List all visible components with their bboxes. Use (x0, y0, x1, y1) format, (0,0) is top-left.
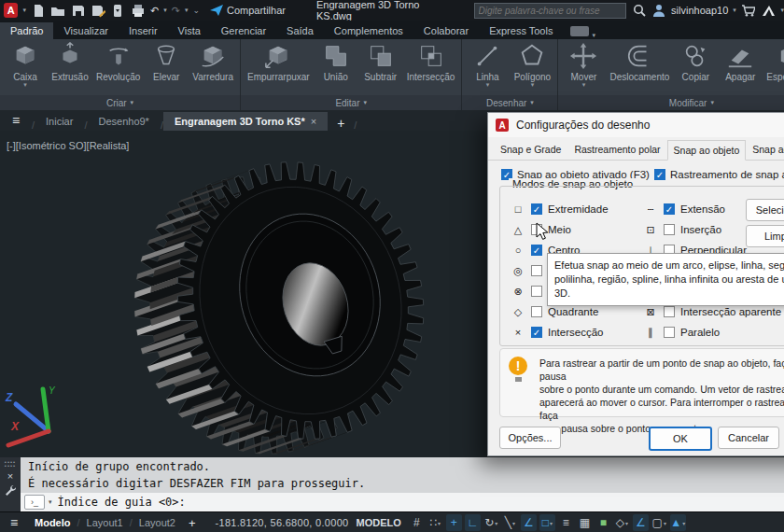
dialog-tab-rastreamento-polar[interactable]: Rastreamento polar (567, 139, 666, 160)
união-button[interactable]: União (315, 41, 357, 83)
linha-button[interactable]: Linha▾ (466, 41, 509, 88)
osnap-tracking-checkbox[interactable]: ✓ Rastreamento de snap ao objeto ativado… (654, 169, 784, 180)
select-all-button[interactable]: Selecionar tudo (746, 199, 784, 221)
extrusão-button[interactable]: Extrusão (49, 41, 91, 83)
cancelar-button[interactable]: Cancelar (718, 427, 779, 449)
subtrair-button[interactable]: Subtrair (359, 41, 402, 83)
ribbon-tab-gerenciar[interactable]: Gerenciar (211, 22, 276, 39)
open-from-mobile-icon[interactable] (110, 3, 125, 18)
elevar-button[interactable]: Elevar (145, 41, 188, 83)
open-folder-icon[interactable] (50, 3, 65, 18)
command-history[interactable]: Início de grupo encontrado.É necessário … (21, 457, 784, 493)
chevron-down-icon[interactable]: ▾ (625, 520, 628, 526)
apagar-button[interactable]: Apagar (719, 41, 762, 83)
center-checkbox[interactable]: ✓ (531, 245, 542, 256)
selection-filtering-icon[interactable]: ▢▾ (651, 514, 667, 531)
ribbon-tab-colaborar[interactable]: Colaborar (413, 22, 479, 39)
command-recent-caret-icon[interactable]: ▾ (49, 498, 52, 506)
command-panel-handle[interactable]: •••••••• × (0, 457, 21, 511)
panel-title-editar[interactable]: Editar▾ (241, 95, 461, 110)
dialog-tab-snap-ao-objeto[interactable]: Snap ao objeto (667, 140, 747, 161)
ribbon-tab-inserir[interactable]: Inserir (119, 22, 168, 39)
intersection-checkbox[interactable]: ✓ (531, 327, 542, 338)
chevron-down-icon[interactable]: ▾ (682, 520, 685, 526)
mover-button[interactable]: Mover▾ (562, 41, 605, 88)
share-button[interactable]: Compartilhar (210, 5, 286, 16)
panel-title-desenhar[interactable]: Desenhar▾ (462, 95, 557, 110)
osnap-tracking-icon[interactable]: ∠ (521, 514, 537, 531)
layout-tab-layout1[interactable]: Layout1 (80, 517, 130, 528)
undo-icon[interactable]: ↶ (150, 5, 159, 17)
endpoint-checkbox[interactable]: ✓ (531, 203, 542, 215)
extension-checkbox[interactable]: ✓ (664, 203, 675, 215)
dialog-tab-snap-e-grade[interactable]: Snap e Grade (494, 139, 567, 160)
isometric-drafting-icon[interactable]: ╲▾ (502, 514, 518, 531)
print-icon[interactable] (131, 3, 146, 18)
autodesk-logo-icon[interactable] (761, 3, 776, 18)
insertion-checkbox[interactable] (664, 224, 675, 235)
panel-title-modificar[interactable]: Modificar▾ (558, 95, 784, 110)
annotation-visibility-icon[interactable]: ▲▾ (670, 514, 686, 531)
gear-3d-model[interactable] (93, 144, 462, 457)
revolução-button[interactable]: Revolução (93, 41, 143, 83)
close-icon[interactable]: × (311, 116, 316, 127)
ribbon-tab-complementos[interactable]: Complementos (324, 22, 413, 39)
chevron-down-icon[interactable]: ▾ (550, 520, 553, 526)
grid-icon[interactable]: # (409, 514, 425, 531)
space-toggle[interactable]: MODELO (357, 517, 401, 528)
redo-caret-icon[interactable]: ▾ (185, 7, 189, 14)
layout-tab-layout2[interactable]: Layout2 (133, 517, 182, 528)
command-prompt-icon[interactable]: ›_ (24, 495, 45, 510)
chevron-down-icon[interactable]: ▾ (438, 520, 441, 526)
ribbon-tab-express-tools[interactable]: Express Tools (479, 22, 563, 39)
ribbon-tab-saída[interactable]: Saída (276, 22, 324, 39)
ribbon-tab-vista[interactable]: Vista (168, 22, 211, 39)
ok-button[interactable]: OK (649, 427, 712, 451)
save-as-icon[interactable] (91, 3, 105, 18)
object-snap-icon[interactable]: □▾ (539, 514, 555, 531)
layout-tab-modelo[interactable]: Modelo (28, 517, 77, 528)
dialog-title-bar[interactable]: A Configurações do desenho (488, 113, 784, 137)
ucs-icon[interactable]: Z X Y (2, 385, 60, 452)
polígono-button[interactable]: Polígono▾ (511, 41, 553, 88)
qat-customize-icon[interactable]: ⌄ (192, 6, 200, 15)
espelhar-3d-button[interactable]: Espelhar 3D▾ (763, 41, 784, 88)
autodesk-caret-icon[interactable]: ▾ (780, 7, 784, 14)
tab-overflow-button[interactable] (570, 26, 589, 36)
transparency-icon[interactable]: ▦ (577, 514, 593, 531)
grip-dots-icon[interactable]: •••••••• (5, 460, 16, 468)
dynamic-input-icon[interactable]: + (446, 514, 462, 531)
tab-overflow-caret-icon[interactable]: ▾ (592, 32, 595, 39)
user-icon[interactable] (651, 3, 666, 18)
chevron-down-icon[interactable]: ▾ (512, 520, 515, 526)
wrench-icon[interactable] (5, 484, 16, 496)
command-input[interactable] (56, 495, 784, 510)
geometric-center-checkbox[interactable] (531, 265, 542, 276)
save-icon[interactable] (71, 3, 86, 18)
selection-cycling-icon[interactable]: ■ (595, 514, 611, 531)
app-logo[interactable]: A (4, 3, 18, 18)
file-tab-3[interactable]: Engranagem 3D Torno KS*× (163, 112, 328, 131)
ribbon-tab-padrão[interactable]: Padrão (0, 22, 53, 39)
status-menu-icon[interactable]: ≡ (0, 515, 28, 530)
dynamic-ucs-icon[interactable]: ∠ (633, 514, 649, 531)
chevron-down-icon[interactable]: ▾ (664, 520, 666, 526)
new-layout-button[interactable]: + (182, 516, 203, 530)
copiar-button[interactable]: Copiar (674, 41, 717, 83)
deslocamento-button[interactable]: Deslocamento (607, 41, 672, 83)
file-tabs-menu-icon[interactable]: ≡ (0, 110, 32, 131)
ortho-icon[interactable]: ∟ (465, 514, 481, 531)
ribbon-tab-visualizar[interactable]: Visualizar (53, 22, 119, 39)
new-file-icon[interactable] (31, 3, 46, 18)
undo-caret-icon[interactable]: ▾ (163, 7, 167, 14)
cart-icon[interactable] (741, 3, 756, 18)
object-snap-3d-icon[interactable]: ◇▾ (614, 514, 630, 531)
redo-icon[interactable]: ↷ (172, 5, 180, 17)
snap-mode-icon[interactable]: ∷▾ (427, 514, 443, 531)
coordinates-display[interactable]: -181.8120, 56.6800, 0.0000 (216, 517, 349, 528)
new-drawing-tab-button[interactable]: + (328, 116, 354, 131)
username[interactable]: silvinhoap10 (671, 5, 728, 16)
user-menu-caret-icon[interactable]: ▾ (733, 7, 736, 14)
empurrarpuxar-button[interactable]: Empurrarpuxar (245, 41, 313, 83)
polar-tracking-icon[interactable]: ↻▾ (483, 514, 499, 531)
